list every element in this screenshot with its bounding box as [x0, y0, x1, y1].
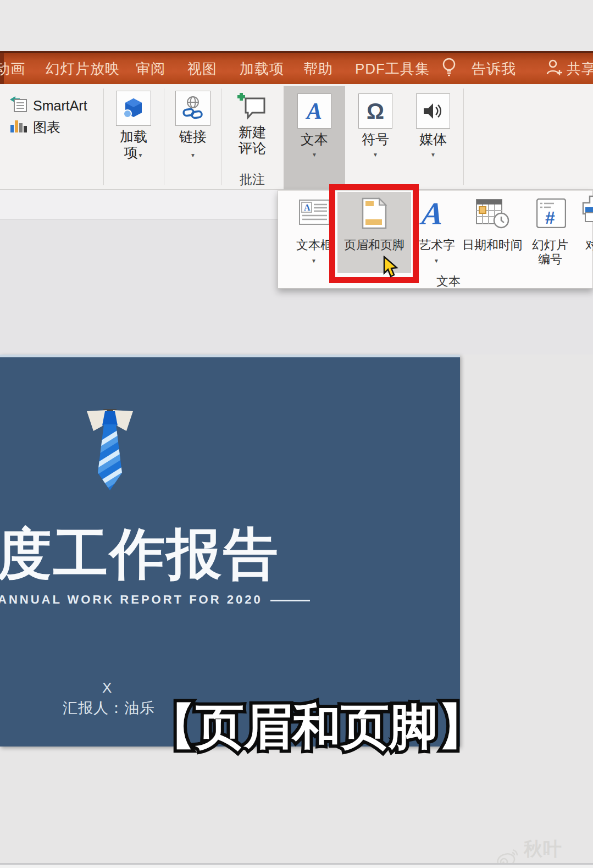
dropdown-arrow-icon: ▼: [284, 152, 345, 158]
subtitle-dash: [270, 600, 310, 601]
chart-button[interactable]: 图表: [9, 116, 60, 138]
presenter-text: 汇报人：油乐: [63, 698, 155, 718]
ribbon: SmartArt 图表 加载项▼ 链接 ▼ 新建评论: [0, 84, 593, 190]
dropdown-arrow-icon: ▼: [434, 258, 439, 264]
slide-subtitle: ANNUAL WORK REPORT FOR 2020: [0, 593, 310, 607]
share-person-icon: [545, 58, 564, 80]
symbol-label: 符号: [352, 131, 399, 147]
symbol-button[interactable]: Ω 符号 ▼: [352, 93, 399, 158]
addins-button[interactable]: 加载项▼: [114, 91, 153, 161]
bottom-edge: [0, 865, 593, 868]
links-button[interactable]: 链接 ▼: [175, 91, 211, 161]
ribbon-separator: [221, 89, 221, 185]
chart-icon: [9, 116, 29, 138]
text-menu-group-label: 文本: [415, 273, 481, 290]
links-label: 链接: [179, 129, 207, 144]
menu-item-datetime-label: 日期和时间: [457, 238, 528, 252]
menu-item-object-label: 对: [580, 238, 593, 252]
smartart-button[interactable]: SmartArt: [9, 95, 87, 116]
tie-graphic: [82, 407, 137, 502]
ribbon-separator: [103, 89, 104, 185]
symbol-icon: Ω: [358, 93, 392, 129]
text-dropdown-menu: A 文本框 ▼ 页眉和页脚 A 艺术字 ▼ 日期和时间 # 幻灯片编号: [278, 190, 593, 289]
text-label: 文本: [284, 131, 345, 147]
media-label: 媒体: [409, 131, 457, 147]
text-icon: A: [297, 93, 331, 129]
addins-label: 加载项: [120, 129, 147, 160]
dropdown-arrow-icon: ▼: [190, 152, 196, 158]
tab-addins[interactable]: 加载项: [240, 59, 284, 78]
link-icon: [175, 91, 210, 126]
menu-item-slide-number-label: 幻灯片编号: [527, 238, 574, 267]
red-highlight-box: [329, 184, 419, 283]
svg-text:A: A: [304, 203, 311, 212]
media-speaker-icon: [416, 93, 450, 129]
object-icon: [582, 195, 593, 231]
menu-item-wordart-label: 艺术字: [417, 238, 457, 252]
slide-canvas[interactable]: 度工作报告 ANNUAL WORK REPORT FOR 2020 X 汇报人：…: [0, 355, 460, 747]
addins-icon: [116, 91, 151, 126]
window-top-area: [0, 0, 593, 51]
slide-number-icon: #: [536, 198, 566, 230]
wordart-icon: A: [422, 195, 444, 232]
new-comment-label: 新建评论: [239, 124, 266, 156]
textbox-icon: A: [299, 200, 330, 227]
new-comment-icon: [235, 91, 270, 121]
tab-slideshow[interactable]: 幻灯片放映: [46, 59, 120, 78]
dropdown-arrow-icon: ▼: [138, 152, 143, 158]
tab-pdf-tools[interactable]: PDF工具集: [355, 59, 430, 78]
smartart-label: SmartArt: [33, 98, 87, 114]
datetime-icon: [476, 197, 510, 231]
caption-header-footer: 【页眉和页脚】 【页眉和页脚】: [147, 703, 486, 751]
svg-text:#: #: [545, 208, 555, 228]
comments-group-label: 批注: [240, 171, 265, 188]
new-comment-button[interactable]: 新建评论: [234, 91, 270, 156]
dropdown-arrow-icon: ▼: [352, 152, 399, 158]
chart-label: 图表: [33, 118, 60, 136]
dropdown-arrow-icon: ▼: [311, 258, 317, 264]
ribbon-tab-bar: 动画 幻灯片放映 审阅 视图 加载项 帮助 PDF工具集 告诉我 共享: [0, 51, 593, 84]
tab-help[interactable]: 帮助: [303, 59, 333, 78]
mouse-cursor-icon: [383, 256, 401, 282]
tab-animations[interactable]: 动画: [0, 59, 25, 78]
media-button[interactable]: 媒体 ▼: [409, 93, 457, 158]
presenter-mark: X: [102, 679, 112, 696]
text-button[interactable]: A 文本 ▼: [284, 86, 345, 190]
ribbon-separator: [164, 89, 164, 185]
dropdown-arrow-icon: ▼: [409, 152, 457, 158]
slide-title: 度工作报告: [0, 518, 280, 592]
lightbulb-icon: [441, 56, 457, 81]
smartart-icon: [9, 95, 29, 116]
tab-tell-me[interactable]: 告诉我: [472, 59, 516, 78]
tab-view[interactable]: 视图: [187, 59, 217, 78]
ribbon-separator: [463, 89, 464, 185]
tab-share[interactable]: 共享: [567, 59, 593, 78]
tab-review[interactable]: 审阅: [136, 59, 165, 78]
